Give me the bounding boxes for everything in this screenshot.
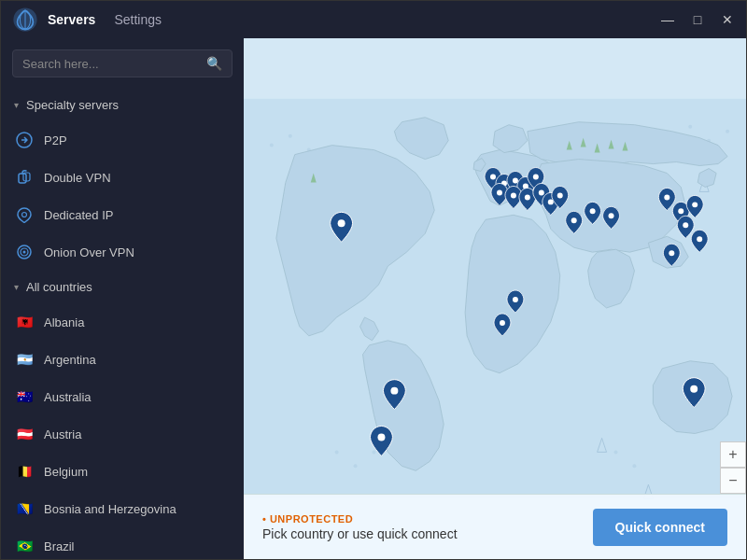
nav-servers[interactable]: Servers [48, 12, 95, 27]
svg-point-46 [513, 297, 518, 302]
specialty-servers-section[interactable]: ▾ Specialty servers [1, 89, 244, 121]
flag-belgium: 🇧🇪 [14, 461, 35, 482]
sidebar-item-bosnia[interactable]: 🇧🇦 Bosnia and Herzegovina [1, 490, 244, 527]
status-text-block: • UNPROTECTED Pick country or use quick … [262, 513, 574, 541]
all-countries-section[interactable]: ▾ All countries [1, 271, 244, 303]
svg-point-11 [270, 144, 274, 147]
flag-australia: 🇦🇺 [14, 386, 35, 407]
svg-point-23 [390, 387, 398, 395]
map-area: • UNPROTECTED Pick country or use quick … [244, 38, 746, 559]
sidebar: 🔍 ▾ Specialty servers P2P [1, 38, 244, 559]
svg-point-21 [632, 464, 636, 468]
p2p-icon [14, 130, 35, 150]
svg-point-18 [354, 464, 358, 468]
main-content: 🔍 ▾ Specialty servers P2P [1, 38, 746, 559]
flag-austria: 🇦🇹 [14, 424, 35, 444]
sidebar-item-onion-vpn[interactable]: Onion Over VPN [1, 233, 244, 271]
double-vpn-label: Double VPN [44, 171, 111, 185]
double-vpn-icon [14, 167, 35, 188]
specialty-servers-label: Specialty servers [26, 98, 119, 112]
svg-point-31 [511, 192, 516, 198]
p2p-label: P2P [44, 133, 67, 147]
search-input[interactable] [22, 57, 199, 71]
svg-point-44 [669, 250, 674, 256]
all-countries-label: All countries [26, 280, 92, 294]
sidebar-list: ▾ Specialty servers P2P [1, 89, 244, 559]
svg-point-37 [590, 208, 596, 214]
onion-vpn-icon [14, 242, 35, 262]
svg-point-24 [377, 433, 385, 441]
svg-point-40 [678, 208, 684, 214]
svg-point-9 [23, 251, 26, 254]
svg-point-27 [513, 177, 518, 183]
country-belgium: Belgium [44, 465, 88, 479]
svg-point-36 [571, 217, 577, 223]
svg-point-32 [525, 194, 530, 200]
svg-point-42 [683, 222, 688, 228]
map-controls: + − [720, 441, 746, 494]
flag-bosnia: 🇧🇦 [14, 498, 35, 519]
svg-point-22 [338, 219, 345, 227]
app-window: Servers Settings — □ ✕ 🔍 ▾ Specialty ser… [0, 0, 747, 560]
search-bar[interactable]: 🔍 [12, 49, 233, 77]
country-austria: Austria [44, 427, 81, 441]
country-argentina: Argentina [44, 353, 96, 367]
onion-vpn-label: Onion Over VPN [44, 245, 134, 259]
maximize-button[interactable]: □ [690, 12, 705, 27]
svg-point-25 [490, 174, 496, 179]
svg-point-33 [539, 189, 544, 195]
country-albania: Albania [44, 315, 84, 329]
minimize-button[interactable]: — [660, 12, 675, 27]
close-button[interactable]: ✕ [720, 12, 735, 27]
svg-point-20 [614, 450, 618, 454]
country-brazil: Brazil [44, 539, 75, 553]
svg-point-47 [500, 320, 505, 326]
zoom-out-button[interactable]: − [720, 468, 746, 494]
chevron-down-icon-countries: ▾ [14, 282, 19, 292]
country-bosnia: Bosnia and Herzegovina [44, 502, 176, 516]
flag-brazil: 🇧🇷 [14, 536, 35, 556]
world-map [244, 38, 746, 559]
svg-point-16 [726, 130, 729, 133]
svg-point-29 [533, 174, 539, 179]
flag-albania: 🇦🇱 [14, 312, 35, 332]
dedicated-ip-icon [14, 204, 35, 225]
unprotected-label: • UNPROTECTED [262, 513, 574, 525]
pick-country-text: Pick country or use quick connect [262, 526, 574, 541]
nav-settings[interactable]: Settings [114, 12, 162, 27]
sidebar-item-brazil[interactable]: 🇧🇷 Brazil [1, 527, 244, 559]
svg-point-14 [688, 125, 692, 129]
quick-connect-button[interactable]: Quick connect [593, 509, 727, 546]
sidebar-item-austria[interactable]: 🇦🇹 Austria [1, 415, 244, 453]
dedicated-ip-label: Dedicated IP [44, 208, 113, 222]
zoom-in-button[interactable]: + [720, 441, 746, 468]
flag-argentina: 🇦🇷 [14, 349, 35, 370]
svg-point-38 [609, 213, 614, 218]
title-bar: Servers Settings — □ ✕ [1, 1, 746, 38]
sidebar-item-p2p[interactable]: P2P [1, 121, 244, 159]
chevron-down-icon: ▾ [14, 100, 19, 110]
svg-point-35 [557, 192, 563, 198]
svg-point-41 [692, 202, 698, 207]
svg-point-19 [372, 450, 375, 454]
title-bar-controls: — □ ✕ [660, 12, 735, 27]
title-bar-nav: Servers Settings [48, 12, 660, 27]
svg-point-39 [664, 194, 669, 200]
search-icon: 🔍 [206, 56, 222, 71]
sidebar-item-argentina[interactable]: 🇦🇷 Argentina [1, 341, 244, 378]
svg-point-45 [690, 385, 698, 393]
sidebar-item-double-vpn[interactable]: Double VPN [1, 159, 244, 196]
sidebar-item-belgium[interactable]: 🇧🇪 Belgium [1, 453, 244, 490]
country-australia: Australia [44, 390, 92, 404]
svg-point-6 [22, 213, 27, 217]
sidebar-item-dedicated-ip[interactable]: Dedicated IP [1, 196, 244, 233]
sidebar-item-australia[interactable]: 🇦🇺 Australia [1, 378, 244, 415]
svg-point-30 [497, 189, 502, 195]
svg-point-12 [289, 134, 292, 138]
svg-point-17 [335, 450, 339, 454]
svg-point-43 [697, 236, 702, 242]
app-logo [12, 7, 38, 33]
bottom-status-bar: • UNPROTECTED Pick country or use quick … [244, 494, 746, 559]
sidebar-item-albania[interactable]: 🇦🇱 Albania [1, 303, 244, 341]
